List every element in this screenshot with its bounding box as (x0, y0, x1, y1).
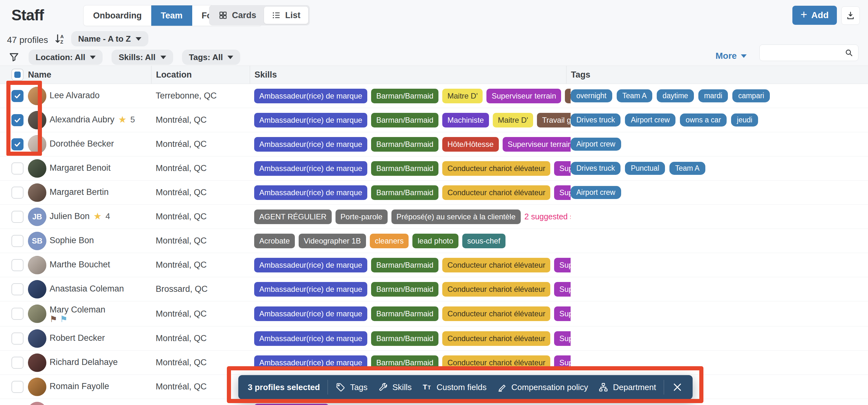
avatar (28, 183, 46, 202)
skills-cell: Ambassadeur(rice) de marqueBarman/Barmai… (254, 156, 570, 180)
filter-label: Location: All (36, 53, 85, 62)
table-row[interactable]: Alexandria Aubry ★ 5 Montréal, QC Ambass… (0, 108, 868, 132)
row-checkbox[interactable] (11, 332, 24, 345)
table-row[interactable]: Margaret Bertin ★ Montréal, QC Ambassade… (0, 180, 868, 205)
tag-badge: overnight (570, 89, 612, 103)
bulk-action-custom-fields[interactable]: TTCustom fields (422, 382, 487, 392)
profile-location: Montréal, QC (156, 236, 254, 246)
more-dropdown[interactable]: More (715, 51, 747, 61)
flag-icon: ⚑ (60, 316, 67, 323)
avatar (28, 135, 46, 153)
tags-cell: overnightTeam Adaytimemardicampari (570, 84, 868, 108)
table-row[interactable]: Anastasia Coleman ★ Brossard, QC Ambassa… (0, 277, 868, 301)
tag-badge: Drives truck (570, 114, 620, 126)
tags-cell: Drives truckAirport crewowns a carjeudi (570, 108, 868, 132)
tab-team[interactable]: Team (151, 5, 192, 26)
skill-badge: Barman/Barmaid (371, 185, 438, 200)
skill-badge: Ambassadeur(rice) de marque (254, 113, 367, 127)
skill-badge: Superviseur terrain (554, 331, 570, 346)
skill-badge: Conducteur chariot élévateur (442, 282, 550, 297)
list-icon (272, 10, 281, 20)
table-row[interactable]: Robert Decker ★ Montréal, QC Ambassadeur… (0, 326, 868, 351)
filter-location[interactable]: Location: All (29, 50, 103, 65)
tag-badge: daytime (657, 89, 694, 103)
skills-cell: AGENT RÉGULIERPorte-parolePréposé(e) au … (254, 205, 570, 229)
select-all-checkbox[interactable] (11, 69, 24, 81)
table-row[interactable]: Lee Alvarado ★ Terrebonne, QC Ambassadeu… (0, 84, 868, 108)
skill-badge: Ambassadeur(rice) de marque (254, 331, 367, 346)
suggested-skills-link[interactable]: 2 suggested skills (525, 212, 570, 221)
bulk-action-department[interactable]: Department (598, 382, 656, 392)
row-checkbox[interactable] (11, 211, 24, 223)
sort-dropdown[interactable]: Name - A to Z (71, 31, 148, 47)
bulk-action-tags[interactable]: Tags (336, 382, 368, 392)
add-button-label: Add (811, 10, 829, 20)
row-checkbox[interactable] (11, 114, 24, 126)
skill-badge: Superviseur terrain (554, 355, 570, 370)
table-row[interactable]: SG Sophie G ★ Montréal, QC Superviseur t… (0, 399, 868, 405)
row-checkbox[interactable] (11, 259, 24, 271)
column-header-location: Location (151, 66, 254, 84)
row-checkbox[interactable] (11, 283, 24, 295)
add-button[interactable]: + Add (793, 6, 837, 25)
row-checkbox[interactable] (11, 90, 24, 102)
filter-skills[interactable]: Skills: All (112, 50, 173, 65)
bulk-action-skills[interactable]: Skills (378, 382, 412, 392)
row-checkbox[interactable] (11, 308, 24, 320)
tag-badge: jeudi (731, 114, 758, 126)
tags-cell (570, 205, 868, 229)
profile-location: Montréal, QC (156, 212, 254, 222)
tab-onboarding[interactable]: Onboarding (84, 5, 151, 26)
view-cards-button[interactable]: Cards (211, 7, 264, 24)
skill-badge: Conducteur chariot élévateur (442, 161, 550, 176)
view-toggle-label: Cards (232, 10, 256, 20)
row-checkbox[interactable] (11, 163, 24, 175)
row-checkbox[interactable] (11, 357, 24, 369)
search-input[interactable] (764, 48, 844, 58)
chevron-down-icon (136, 37, 142, 41)
skills-cell: Ambassadeur(rice) de marqueBarman/Barmai… (254, 326, 570, 350)
profile-name: Lee Alvarado (50, 91, 100, 100)
skill-badge: Ambassadeur(rice) de marque (254, 185, 367, 200)
view-list-button[interactable]: List (264, 7, 308, 24)
profile-name: Alexandria Aubry (50, 115, 114, 125)
skill-badge: AGENT RÉGULIER (254, 209, 332, 224)
chevron-down-icon (227, 56, 233, 59)
tags-cell: Airport crew (570, 132, 868, 156)
row-checkbox[interactable] (11, 138, 24, 150)
export-button[interactable] (841, 6, 860, 25)
table-row[interactable]: Mary Coleman ★ ⚑⚑ Montréal, QC Ambassade… (0, 301, 868, 326)
skill-badge: Barman/Barmaid (371, 282, 438, 297)
column-header-tags: Tags (566, 66, 868, 84)
skill-badge: Conducteur chariot élévateur (442, 307, 550, 321)
profile-location: Montréal, QC (156, 334, 254, 343)
skill-badge: Conducteur chariot élévateur (442, 355, 550, 370)
filter-tags[interactable]: Tags: All (182, 50, 241, 65)
profile-name: Anastasia Coleman (50, 284, 124, 294)
table-row[interactable]: JB Julien Bon ★ 4 Montréal, QC AGENT RÉG… (0, 205, 868, 229)
rating-value: 4 (105, 211, 110, 221)
close-icon[interactable] (672, 381, 683, 393)
skill-badge: Préposé(e) au service à la clientèle (392, 209, 521, 224)
bulk-action-compensation-policy[interactable]: Compensation policy (497, 382, 588, 392)
table-row[interactable]: SB Sophie Bon ★ Montréal, QC AcrobateVid… (0, 229, 868, 253)
avatar (28, 111, 46, 129)
row-checkbox[interactable] (11, 235, 24, 247)
profile-name: Sophie Bon (50, 236, 94, 245)
table-row[interactable]: Richard Delahaye ★ Montréal, QC Ambassad… (0, 351, 868, 375)
row-checkbox[interactable] (11, 381, 24, 393)
tags-cell (570, 399, 868, 405)
row-checkbox[interactable] (11, 186, 24, 199)
tag-icon (336, 382, 346, 392)
skill-badge: Conducteur chariot élévateur (442, 258, 550, 272)
table-row[interactable]: Dorothée Becker ★ Montréal, QC Ambassade… (0, 132, 868, 156)
avatar: JB (28, 208, 46, 226)
filter-funnel-icon[interactable] (8, 52, 20, 63)
table-row[interactable]: Margaret Benoit ★ Montréal, QC Ambassade… (0, 156, 868, 180)
skill-badge: Hôte/Hôtesse (442, 137, 498, 152)
sort-az-icon[interactable]: AZ (53, 32, 66, 45)
table-row[interactable]: Marthe Bouchet ★ Montréal, QC Ambassadeu… (0, 253, 868, 277)
selection-actions: TagsSkillsTTCustom fieldsCompensation po… (336, 382, 656, 392)
avatar (28, 353, 46, 372)
column-header-name: Name (28, 66, 156, 84)
